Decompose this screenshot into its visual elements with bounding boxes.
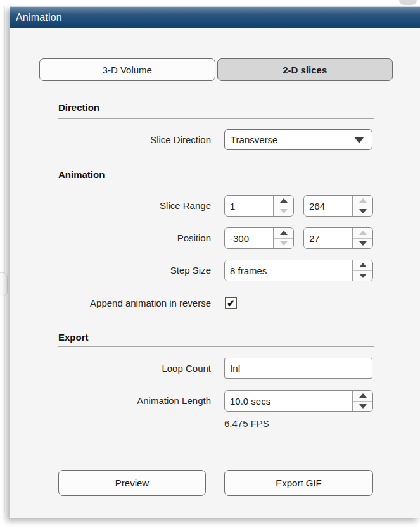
- slice-range-start-spinner: 1: [224, 195, 294, 217]
- spin-up-button[interactable]: [353, 228, 372, 239]
- animation-length-spinner: 10.0 secs: [224, 390, 373, 412]
- section-direction-title: Direction: [58, 102, 99, 113]
- spin-down-button[interactable]: [353, 239, 372, 249]
- triangle-down-icon: [280, 241, 288, 246]
- slice-range-end-spin-buttons: [353, 196, 372, 216]
- panel-titlebar: Animation: [10, 6, 420, 28]
- append-reverse-label: Append animation in reverse: [58, 293, 211, 314]
- slice-range-label: Slice Range: [58, 195, 211, 216]
- spin-down-button[interactable]: [274, 206, 293, 217]
- triangle-up-icon: [359, 198, 367, 203]
- section-animation-divider: [58, 186, 374, 186]
- slice-range-start-spin-buttons: [274, 196, 293, 216]
- tab-3d-volume-label: 3-D Volume: [103, 65, 152, 75]
- tab-2d-slices[interactable]: 2-D slices: [217, 58, 393, 81]
- spin-up-button[interactable]: [353, 196, 372, 206]
- slice-range-end-input[interactable]: 264: [304, 196, 353, 216]
- export-gif-button[interactable]: Export GIF: [224, 470, 373, 496]
- triangle-up-icon: [359, 231, 367, 235]
- triangle-down-icon: [359, 209, 367, 213]
- slice-direction-dropdown[interactable]: Transverse: [224, 129, 372, 150]
- slice-range-end-spinner: 264: [303, 195, 373, 217]
- section-animation-title: Animation: [58, 169, 105, 180]
- check-icon: ✔: [227, 298, 235, 308]
- fps-readout: 6.475 FPS: [224, 418, 269, 429]
- spin-up-button[interactable]: [353, 260, 372, 271]
- tab-3d-volume[interactable]: 3-D Volume: [39, 58, 215, 81]
- triangle-down-icon: [359, 241, 367, 246]
- triangle-up-icon: [280, 198, 288, 203]
- slice-direction-value: Transverse: [231, 134, 354, 145]
- position-end-spinner: 27: [303, 227, 373, 249]
- triangle-down-icon: [359, 274, 367, 278]
- loop-count-input[interactable]: Inf: [224, 358, 372, 379]
- triangle-up-icon: [280, 231, 288, 235]
- append-reverse-checkbox[interactable]: ✔: [225, 297, 237, 309]
- triangle-up-icon: [359, 263, 367, 267]
- export-gif-button-label: Export GIF: [276, 478, 322, 488]
- step-size-input[interactable]: 8 frames: [225, 260, 353, 281]
- triangle-up-icon: [359, 393, 367, 398]
- view-mode-tabs: 3-D Volume 2-D slices: [39, 58, 393, 81]
- spin-up-button[interactable]: [274, 228, 293, 239]
- tab-2d-slices-label: 2-D slices: [283, 65, 327, 75]
- spin-down-button[interactable]: [353, 402, 372, 412]
- triangle-down-icon: [280, 209, 288, 213]
- spin-down-button[interactable]: [274, 239, 293, 249]
- position-start-spin-buttons: [274, 228, 293, 248]
- preview-button-label: Preview: [115, 478, 149, 488]
- spin-up-button[interactable]: [274, 196, 293, 206]
- spin-down-button[interactable]: [353, 206, 372, 217]
- triangle-down-icon: [359, 404, 367, 408]
- position-end-input[interactable]: 27: [304, 228, 353, 248]
- panel-title: Animation: [16, 12, 62, 23]
- chevron-down-icon: [354, 137, 364, 143]
- step-size-spin-buttons: [353, 260, 372, 281]
- occluded-underlying-button: [0, 272, 8, 296]
- section-direction-divider: [58, 118, 374, 119]
- animation-length-input[interactable]: 10.0 secs: [225, 391, 353, 411]
- slice-direction-label: Slice Direction: [58, 129, 211, 150]
- section-export-divider: [58, 346, 374, 347]
- animation-panel: Animation 3-D Volume 2-D slices Directio…: [10, 6, 420, 518]
- screen: Animation 3-D Volume 2-D slices Directio…: [0, 0, 420, 532]
- underlying-scrollbar-thumb: [399, 0, 417, 5]
- position-start-spinner: -300: [224, 227, 294, 249]
- animation-length-spin-buttons: [353, 391, 372, 411]
- animation-length-label: Animation Length: [58, 390, 211, 411]
- position-start-input[interactable]: -300: [225, 228, 274, 248]
- position-label: Position: [58, 227, 211, 248]
- slice-range-start-input[interactable]: 1: [225, 196, 274, 216]
- section-export-title: Export: [58, 332, 89, 343]
- loop-count-label: Loop Count: [58, 358, 211, 379]
- spin-down-button[interactable]: [353, 271, 372, 281]
- spin-up-button[interactable]: [353, 391, 372, 402]
- step-size-label: Step Size: [58, 260, 211, 281]
- position-end-spin-buttons: [353, 228, 372, 248]
- step-size-spinner: 8 frames: [224, 260, 373, 281]
- preview-button[interactable]: Preview: [58, 470, 206, 496]
- underlying-panel-edge: [4, 6, 5, 513]
